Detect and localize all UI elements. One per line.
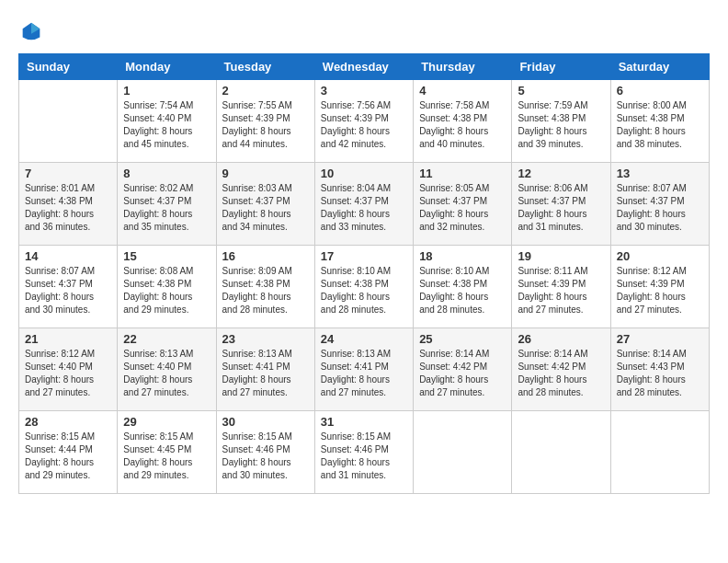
day-cell: 17Sunrise: 8:10 AMSunset: 4:38 PMDayligh… — [314, 246, 413, 328]
day-number: 31 — [321, 415, 407, 429]
day-cell: 19Sunrise: 8:11 AMSunset: 4:39 PMDayligh… — [512, 246, 610, 328]
day-cell: 1Sunrise: 7:54 AMSunset: 4:40 PMDaylight… — [118, 80, 216, 163]
day-cell: 28Sunrise: 8:15 AMSunset: 4:44 PMDayligh… — [19, 411, 118, 494]
day-cell: 9Sunrise: 8:03 AMSunset: 4:37 PMDaylight… — [216, 163, 314, 246]
day-number: 28 — [25, 415, 111, 429]
day-number: 12 — [518, 167, 604, 180]
day-number: 18 — [419, 249, 506, 263]
day-number: 13 — [617, 167, 703, 180]
day-number: 8 — [123, 167, 210, 180]
day-number: 26 — [518, 332, 604, 346]
day-info: Sunrise: 8:07 AMSunset: 4:37 PMDaylight:… — [617, 182, 703, 234]
day-cell: 4Sunrise: 7:58 AMSunset: 4:38 PMDaylight… — [414, 80, 512, 163]
day-cell: 7Sunrise: 8:01 AMSunset: 4:38 PMDaylight… — [19, 163, 118, 246]
day-cell — [414, 411, 512, 494]
day-cell: 18Sunrise: 8:10 AMSunset: 4:38 PMDayligh… — [414, 246, 512, 328]
day-cell: 5Sunrise: 7:59 AMSunset: 4:38 PMDaylight… — [512, 80, 610, 163]
day-cell: 13Sunrise: 8:07 AMSunset: 4:37 PMDayligh… — [610, 163, 709, 246]
day-cell: 15Sunrise: 8:08 AMSunset: 4:38 PMDayligh… — [118, 246, 216, 328]
day-cell: 31Sunrise: 8:15 AMSunset: 4:46 PMDayligh… — [314, 411, 413, 494]
day-info: Sunrise: 8:14 AMSunset: 4:43 PMDaylight:… — [617, 348, 703, 399]
day-info: Sunrise: 8:09 AMSunset: 4:38 PMDaylight:… — [222, 265, 309, 316]
day-number: 9 — [222, 167, 309, 180]
day-cell: 2Sunrise: 7:55 AMSunset: 4:39 PMDaylight… — [216, 80, 314, 163]
day-cell: 24Sunrise: 8:13 AMSunset: 4:41 PMDayligh… — [314, 328, 413, 411]
day-number: 29 — [123, 415, 210, 429]
day-cell: 14Sunrise: 8:07 AMSunset: 4:37 PMDayligh… — [19, 246, 118, 328]
day-cell: 3Sunrise: 7:56 AMSunset: 4:39 PMDaylight… — [314, 80, 413, 163]
day-cell: 20Sunrise: 8:12 AMSunset: 4:39 PMDayligh… — [610, 246, 709, 328]
day-cell: 8Sunrise: 8:02 AMSunset: 4:37 PMDaylight… — [118, 163, 216, 246]
day-cell — [512, 411, 610, 494]
day-number: 16 — [222, 249, 309, 263]
day-info: Sunrise: 8:15 AMSunset: 4:45 PMDaylight:… — [123, 431, 210, 482]
day-number: 21 — [25, 332, 111, 346]
logo — [18, 18, 48, 44]
week-row-1: 1Sunrise: 7:54 AMSunset: 4:40 PMDaylight… — [19, 80, 710, 163]
day-info: Sunrise: 7:54 AMSunset: 4:40 PMDaylight:… — [123, 99, 210, 151]
day-cell: 16Sunrise: 8:09 AMSunset: 4:38 PMDayligh… — [216, 246, 314, 328]
week-row-5: 28Sunrise: 8:15 AMSunset: 4:44 PMDayligh… — [19, 411, 710, 494]
day-number: 22 — [123, 332, 210, 346]
day-number: 11 — [419, 167, 506, 180]
day-number: 5 — [518, 84, 604, 98]
day-cell: 30Sunrise: 8:15 AMSunset: 4:46 PMDayligh… — [216, 411, 314, 494]
day-info: Sunrise: 8:14 AMSunset: 4:42 PMDaylight:… — [518, 348, 604, 399]
day-info: Sunrise: 8:05 AMSunset: 4:37 PMDaylight:… — [419, 182, 506, 234]
day-info: Sunrise: 8:00 AMSunset: 4:38 PMDaylight:… — [617, 99, 703, 151]
weekday-header-monday: Monday — [118, 54, 216, 80]
day-number: 19 — [518, 249, 604, 263]
day-cell: 26Sunrise: 8:14 AMSunset: 4:42 PMDayligh… — [512, 328, 610, 411]
day-cell: 12Sunrise: 8:06 AMSunset: 4:37 PMDayligh… — [512, 163, 610, 246]
day-info: Sunrise: 8:13 AMSunset: 4:41 PMDaylight:… — [321, 348, 407, 399]
day-info: Sunrise: 8:10 AMSunset: 4:38 PMDaylight:… — [321, 265, 407, 316]
day-cell: 6Sunrise: 8:00 AMSunset: 4:38 PMDaylight… — [610, 80, 709, 163]
day-number: 25 — [419, 332, 506, 346]
day-info: Sunrise: 8:06 AMSunset: 4:37 PMDaylight:… — [518, 182, 604, 234]
weekday-header-saturday: Saturday — [610, 54, 709, 80]
weekday-header-sunday: Sunday — [19, 54, 118, 80]
week-row-2: 7Sunrise: 8:01 AMSunset: 4:38 PMDaylight… — [19, 163, 710, 246]
day-cell: 25Sunrise: 8:14 AMSunset: 4:42 PMDayligh… — [414, 328, 512, 411]
day-cell: 27Sunrise: 8:14 AMSunset: 4:43 PMDayligh… — [610, 328, 709, 411]
day-number: 14 — [25, 249, 111, 263]
weekday-header-tuesday: Tuesday — [216, 54, 314, 80]
day-number: 3 — [321, 84, 407, 98]
logo-icon — [18, 18, 44, 44]
day-info: Sunrise: 8:10 AMSunset: 4:38 PMDaylight:… — [419, 265, 506, 316]
weekday-header-wednesday: Wednesday — [314, 54, 413, 80]
day-info: Sunrise: 8:02 AMSunset: 4:37 PMDaylight:… — [123, 182, 210, 234]
day-cell: 22Sunrise: 8:13 AMSunset: 4:40 PMDayligh… — [118, 328, 216, 411]
day-number: 20 — [617, 249, 703, 263]
day-number: 7 — [25, 167, 111, 180]
day-cell: 21Sunrise: 8:12 AMSunset: 4:40 PMDayligh… — [19, 328, 118, 411]
weekday-header-row: SundayMondayTuesdayWednesdayThursdayFrid… — [19, 54, 710, 80]
day-cell: 23Sunrise: 8:13 AMSunset: 4:41 PMDayligh… — [216, 328, 314, 411]
day-number: 17 — [321, 249, 407, 263]
day-number: 27 — [617, 332, 703, 346]
day-cell: 11Sunrise: 8:05 AMSunset: 4:37 PMDayligh… — [414, 163, 512, 246]
calendar: SundayMondayTuesdayWednesdayThursdayFrid… — [18, 53, 710, 494]
day-number: 24 — [321, 332, 407, 346]
day-info: Sunrise: 7:59 AMSunset: 4:38 PMDaylight:… — [518, 99, 604, 151]
day-info: Sunrise: 8:13 AMSunset: 4:40 PMDaylight:… — [123, 348, 210, 399]
day-info: Sunrise: 7:56 AMSunset: 4:39 PMDaylight:… — [321, 99, 407, 151]
day-number: 10 — [321, 167, 407, 180]
day-info: Sunrise: 8:08 AMSunset: 4:38 PMDaylight:… — [123, 265, 210, 316]
day-number: 4 — [419, 84, 506, 98]
week-row-3: 14Sunrise: 8:07 AMSunset: 4:37 PMDayligh… — [19, 246, 710, 328]
day-number: 1 — [123, 84, 210, 98]
day-info: Sunrise: 8:14 AMSunset: 4:42 PMDaylight:… — [419, 348, 506, 399]
day-number: 23 — [222, 332, 309, 346]
day-number: 15 — [123, 249, 210, 263]
day-info: Sunrise: 8:04 AMSunset: 4:37 PMDaylight:… — [321, 182, 407, 234]
weekday-header-thursday: Thursday — [414, 54, 512, 80]
day-info: Sunrise: 8:12 AMSunset: 4:40 PMDaylight:… — [25, 348, 111, 399]
day-info: Sunrise: 8:03 AMSunset: 4:37 PMDaylight:… — [222, 182, 309, 234]
day-info: Sunrise: 8:13 AMSunset: 4:41 PMDaylight:… — [222, 348, 309, 399]
day-cell: 29Sunrise: 8:15 AMSunset: 4:45 PMDayligh… — [118, 411, 216, 494]
day-info: Sunrise: 8:15 AMSunset: 4:46 PMDaylight:… — [321, 431, 407, 482]
day-number: 2 — [222, 84, 309, 98]
day-cell — [610, 411, 709, 494]
day-info: Sunrise: 7:58 AMSunset: 4:38 PMDaylight:… — [419, 99, 506, 151]
